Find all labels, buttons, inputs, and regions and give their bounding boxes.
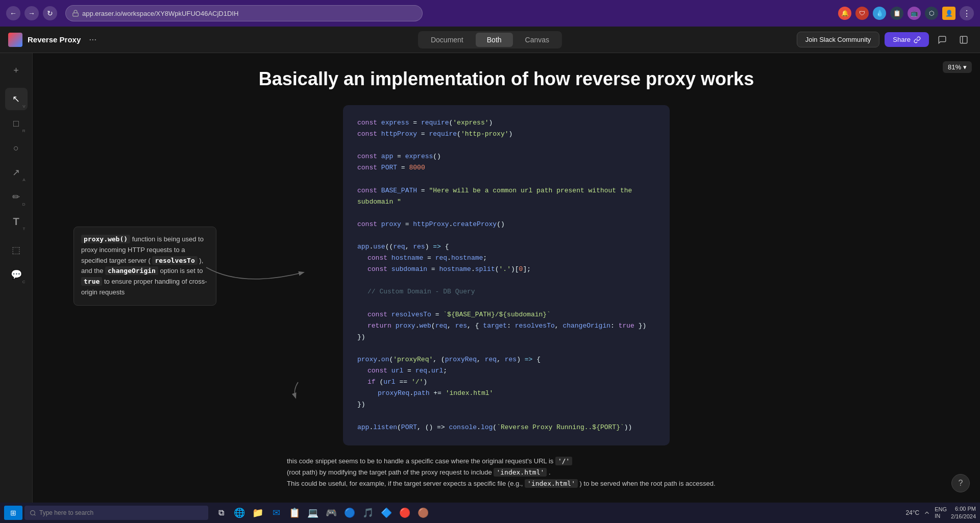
taskbar-app-edge[interactable]: 🌐 bbox=[231, 504, 248, 521]
app-logo: Reverse Proxy ··· bbox=[8, 33, 100, 47]
svg-line-4 bbox=[34, 514, 35, 515]
extensions-btn[interactable]: ⋮ bbox=[960, 6, 974, 20]
code-line-17: proxyReq.path += 'index.html' bbox=[357, 388, 655, 399]
tab-document[interactable]: Document bbox=[420, 33, 475, 47]
code-block: const express = require('express') const… bbox=[343, 105, 670, 445]
taskbar-time: 6:00 PM 2/16/2024 bbox=[951, 505, 976, 521]
taskbar-app-2[interactable]: 🎵 bbox=[359, 504, 377, 521]
tool-circle[interactable]: ○ bbox=[5, 137, 28, 159]
true-highlight: true bbox=[81, 277, 102, 286]
code-line-4: const PORT = 8000 bbox=[357, 162, 655, 173]
annotation-box-1: proxy.web() function is being used to pr… bbox=[74, 227, 216, 306]
taskbar-app-mail[interactable]: ✉ bbox=[267, 504, 285, 521]
address-bar[interactable]: app.eraser.io/workspace/XY8WpkUFUO46ACjD… bbox=[65, 5, 423, 21]
browser-chrome: ← → ↻ app.eraser.io/workspace/XY8WpkUFUO… bbox=[0, 0, 980, 27]
select-shortcut: V bbox=[22, 104, 25, 109]
taskbar-app-gaming[interactable]: 🎮 bbox=[323, 504, 340, 521]
taskbar-right: 24°C ENG IN 6:00 PM 2/16/2024 bbox=[905, 505, 976, 521]
taskbar-app-vscode[interactable]: 💻 bbox=[304, 504, 322, 521]
comment-button[interactable] bbox=[934, 32, 950, 48]
tool-add[interactable]: + bbox=[5, 59, 28, 82]
code-line-7: app.use((req, res) => { bbox=[357, 241, 655, 253]
search-icon bbox=[30, 510, 36, 516]
change-origin-highlight: changeOrigin bbox=[105, 266, 158, 275]
code-line-12: return proxy.web(req, res, { target: res… bbox=[357, 320, 655, 332]
left-sidebar: + ↖ V □ R ○ ↗ A ✏ D T T ⬚ 💬 C bbox=[0, 53, 33, 503]
canvas-area[interactable]: 81% ▾ Basically an implementation of how… bbox=[33, 53, 980, 503]
time-display: 6:00 PM bbox=[951, 505, 976, 513]
taskbar-app-4[interactable]: 🔴 bbox=[396, 504, 413, 521]
back-button[interactable]: ← bbox=[6, 6, 20, 20]
taskbar-search[interactable]: Type here to search bbox=[24, 506, 208, 520]
chat-icon bbox=[938, 35, 947, 44]
lang-display: ENG IN bbox=[935, 506, 947, 519]
circle-icon: ○ bbox=[13, 143, 19, 154]
ext-icon-5[interactable]: 📺 bbox=[908, 7, 921, 20]
rect-shortcut: R bbox=[22, 129, 26, 133]
ext-icon-1[interactable]: 🔔 bbox=[838, 7, 851, 20]
url-text: app.eraser.io/workspace/XY8WpkUFUO46ACjD… bbox=[82, 10, 238, 17]
tool-frame[interactable]: ⬚ bbox=[5, 239, 28, 261]
taskbar-app-chrome[interactable]: 🔵 bbox=[341, 504, 358, 521]
search-placeholder: Type here to search bbox=[39, 509, 93, 516]
forward-button[interactable]: → bbox=[24, 6, 39, 20]
sidebar-toggle-button[interactable] bbox=[955, 32, 972, 48]
tool-select[interactable]: ↖ V bbox=[5, 88, 28, 110]
text-shortcut: T bbox=[23, 227, 26, 231]
code-line-1: const express = require('express') bbox=[357, 117, 655, 129]
ext-icon-6[interactable]: ⬡ bbox=[925, 7, 938, 20]
taskbar-app-3[interactable]: 🔷 bbox=[378, 504, 395, 521]
ext-icon-3[interactable]: 💧 bbox=[873, 7, 886, 20]
taskbar-app-5[interactable]: 🟤 bbox=[414, 504, 432, 521]
taskbar-apps: ⧉ 🌐 📁 ✉ 📋 💻 🎮 🔵 🎵 🔷 🔴 🟤 bbox=[212, 504, 432, 521]
ext-icon-2[interactable]: 🛡 bbox=[855, 7, 869, 20]
comment-shortcut: C bbox=[22, 280, 26, 284]
svg-point-3 bbox=[31, 510, 35, 515]
code-line-2: const httpProxy = require('http-proxy') bbox=[357, 129, 655, 140]
code-line-8: const hostname = req.hostname; bbox=[357, 253, 655, 264]
tool-arrow[interactable]: ↗ A bbox=[5, 161, 28, 184]
arrow-icon: ↗ bbox=[12, 167, 20, 178]
help-icon: ? bbox=[959, 479, 963, 488]
link-icon bbox=[914, 36, 921, 43]
header-right: Join Slack Community Share bbox=[797, 32, 972, 48]
add-icon: + bbox=[13, 65, 19, 76]
help-button[interactable]: ? bbox=[951, 474, 970, 492]
sidebar-icon bbox=[959, 35, 968, 44]
code-line-14: proxy.on('proxyReq', (proxyReq, req, res… bbox=[357, 354, 655, 365]
reload-button[interactable]: ↻ bbox=[43, 6, 57, 20]
code-line-5: const BASE_PATH = "Here will be a common… bbox=[357, 185, 655, 208]
join-slack-button[interactable]: Join Slack Community bbox=[797, 32, 880, 47]
code-line-9: const subdomain = hostname.split('.')[0]… bbox=[357, 264, 655, 275]
arrow-shortcut: A bbox=[22, 178, 25, 182]
index-html-highlight-1: 'index.html' bbox=[494, 468, 547, 477]
index-html-highlight-2: 'index.html' bbox=[525, 479, 578, 488]
lock-icon bbox=[72, 10, 79, 17]
tool-comment[interactable]: 💬 C bbox=[5, 263, 28, 286]
annotation-2-line2: (root path) by modifying the target path… bbox=[287, 467, 726, 478]
more-options-button[interactable]: ··· bbox=[86, 34, 100, 45]
profile-icon[interactable]: 👤 bbox=[942, 7, 955, 20]
tool-pen[interactable]: ✏ D bbox=[5, 186, 28, 208]
tool-rectangle[interactable]: □ R bbox=[5, 112, 28, 135]
tab-canvas[interactable]: Canvas bbox=[514, 33, 560, 47]
taskbar-app-notepad[interactable]: 📋 bbox=[286, 504, 303, 521]
slash-highlight: '/' bbox=[555, 457, 572, 465]
taskbar-app-taskview[interactable]: ⧉ bbox=[212, 504, 230, 521]
svg-rect-1 bbox=[960, 36, 967, 43]
ext-icon-4[interactable]: 📋 bbox=[890, 7, 903, 20]
select-icon: ↖ bbox=[12, 93, 20, 105]
tab-both[interactable]: Both bbox=[476, 33, 513, 47]
start-button[interactable]: ⊞ bbox=[4, 506, 22, 520]
share-button[interactable]: Share bbox=[885, 32, 929, 47]
browser-extensions: 🔔 🛡 💧 📋 📺 ⬡ 👤 ⋮ bbox=[838, 6, 974, 20]
taskbar-app-explorer[interactable]: 📁 bbox=[249, 504, 266, 521]
annotation-2-line1: this code snippet seems to be to handle … bbox=[287, 456, 726, 467]
resolves-to-highlight: resolvesTo bbox=[152, 256, 197, 265]
logo-icon bbox=[8, 33, 22, 47]
pen-shortcut: D bbox=[22, 202, 26, 207]
annotation-2-line3: This could be useful, for example, if th… bbox=[287, 478, 726, 489]
chevron-up-icon bbox=[923, 509, 930, 516]
tool-text[interactable]: T T bbox=[5, 210, 28, 233]
annotation-2: this code snippet seems to be to handle … bbox=[287, 456, 726, 489]
